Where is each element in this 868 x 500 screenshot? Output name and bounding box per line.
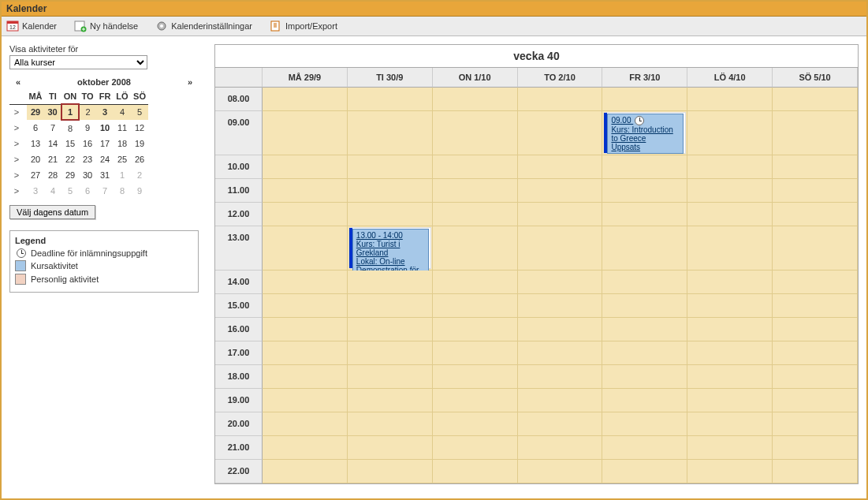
mini-cal-day[interactable]: 8 bbox=[61, 120, 79, 136]
mini-cal-day[interactable]: 22 bbox=[61, 151, 79, 167]
mini-cal-day[interactable]: 9 bbox=[131, 183, 148, 199]
calendar-slot[interactable] bbox=[263, 341, 348, 365]
calendar-slot[interactable] bbox=[263, 111, 348, 155]
mini-cal-day[interactable]: 10 bbox=[96, 120, 114, 136]
calendar-slot[interactable] bbox=[433, 179, 518, 203]
mini-cal-day[interactable]: 24 bbox=[96, 151, 114, 167]
calendar-slot[interactable] bbox=[602, 226, 687, 271]
calendar-slot[interactable] bbox=[773, 294, 858, 318]
calendar-slot[interactable] bbox=[602, 460, 687, 483]
calendar-slot[interactable] bbox=[348, 88, 433, 111]
calendar-slot[interactable] bbox=[518, 412, 603, 436]
calendar-slot[interactable] bbox=[687, 155, 773, 179]
calendar-slot[interactable] bbox=[433, 365, 518, 389]
calendar-slot[interactable] bbox=[687, 226, 773, 271]
calendar-slot[interactable] bbox=[687, 294, 773, 318]
calendar-slot[interactable] bbox=[602, 271, 687, 294]
calendar-slot[interactable] bbox=[687, 111, 773, 155]
calendar-slot[interactable] bbox=[263, 271, 348, 294]
calendar-slot[interactable]: 09.00 Kurs: Introduction to GreeceUppsat… bbox=[602, 111, 687, 155]
calendar-slot[interactable] bbox=[518, 271, 603, 294]
calendar-slot[interactable] bbox=[348, 436, 433, 460]
calendar-slot[interactable] bbox=[433, 226, 518, 271]
calendar-slot[interactable] bbox=[348, 412, 433, 436]
calendar-slot[interactable] bbox=[518, 226, 603, 271]
calendar-slot[interactable] bbox=[263, 203, 348, 226]
calendar-slot[interactable] bbox=[518, 460, 603, 483]
calendar-slot[interactable] bbox=[602, 341, 687, 365]
calendar-slot[interactable] bbox=[348, 460, 433, 483]
mini-cal-day[interactable]: 16 bbox=[79, 136, 96, 151]
calendar-slot[interactable] bbox=[348, 155, 433, 179]
mini-cal-day[interactable]: 29 bbox=[27, 104, 44, 120]
calendar-slot[interactable] bbox=[348, 111, 433, 155]
mini-cal-day[interactable]: 2 bbox=[79, 104, 96, 120]
calendar-slot[interactable] bbox=[433, 88, 518, 111]
mini-cal-day[interactable]: 19 bbox=[131, 136, 148, 151]
mini-cal-day[interactable]: 26 bbox=[131, 151, 148, 167]
calendar-slot[interactable] bbox=[433, 460, 518, 483]
calendar-slot[interactable] bbox=[518, 436, 603, 460]
mini-cal-day[interactable]: 29 bbox=[61, 167, 79, 183]
mini-cal-week-selector[interactable]: > bbox=[9, 183, 27, 199]
mini-cal-day[interactable]: 1 bbox=[61, 104, 79, 120]
mini-cal-day[interactable]: 6 bbox=[27, 120, 44, 136]
calendar-slot[interactable] bbox=[263, 436, 348, 460]
calendar-slot[interactable] bbox=[518, 365, 603, 389]
calendar-slot[interactable] bbox=[687, 203, 773, 226]
calendar-slot[interactable] bbox=[518, 111, 603, 155]
calendar-slot[interactable] bbox=[433, 111, 518, 155]
calendar-slot[interactable] bbox=[602, 294, 687, 318]
calendar-slot[interactable] bbox=[602, 412, 687, 436]
calendar-slot[interactable] bbox=[773, 460, 858, 483]
calendar-slot[interactable] bbox=[602, 365, 687, 389]
mini-cal-day[interactable]: 30 bbox=[79, 167, 96, 183]
toolbar-import-export[interactable]: Import/Export bbox=[270, 20, 337, 32]
calendar-slot[interactable] bbox=[687, 412, 773, 436]
mini-cal-day[interactable]: 17 bbox=[96, 136, 114, 151]
mini-cal-day[interactable]: 15 bbox=[61, 136, 79, 151]
calendar-slot[interactable] bbox=[687, 460, 773, 483]
mini-cal-day[interactable]: 5 bbox=[61, 183, 79, 199]
calendar-slot[interactable] bbox=[602, 436, 687, 460]
calendar-slot[interactable] bbox=[348, 294, 433, 318]
mini-cal-day[interactable]: 12 bbox=[131, 120, 148, 136]
mini-cal-day[interactable]: 23 bbox=[79, 151, 96, 167]
mini-cal-day[interactable]: 21 bbox=[44, 151, 61, 167]
calendar-slot[interactable] bbox=[602, 203, 687, 226]
calendar-slot[interactable] bbox=[773, 203, 858, 226]
calendar-slot[interactable] bbox=[773, 155, 858, 179]
calendar-slot[interactable] bbox=[518, 341, 603, 365]
mini-cal-day[interactable]: 6 bbox=[79, 183, 96, 199]
mini-cal-day[interactable]: 2 bbox=[131, 167, 148, 183]
calendar-slot[interactable] bbox=[687, 341, 773, 365]
calendar-slot[interactable] bbox=[433, 436, 518, 460]
mini-cal-week-selector[interactable]: > bbox=[9, 151, 27, 167]
calendar-event[interactable]: 09.00 Kurs: Introduction to GreeceUppsat… bbox=[607, 114, 684, 154]
calendar-slot[interactable] bbox=[773, 88, 858, 111]
calendar-slot[interactable] bbox=[602, 179, 687, 203]
calendar-slot[interactable] bbox=[348, 203, 433, 226]
calendar-slot[interactable] bbox=[602, 389, 687, 412]
calendar-slot[interactable] bbox=[687, 365, 773, 389]
calendar-slot[interactable] bbox=[348, 271, 433, 294]
mini-cal-day[interactable]: 9 bbox=[79, 120, 96, 136]
mini-cal-day[interactable]: 20 bbox=[27, 151, 44, 167]
mini-cal-next[interactable]: » bbox=[184, 77, 196, 87]
calendar-slot[interactable] bbox=[687, 389, 773, 412]
calendar-slot[interactable] bbox=[687, 88, 773, 111]
calendar-slot[interactable] bbox=[773, 179, 858, 203]
calendar-slot[interactable] bbox=[602, 88, 687, 111]
mini-cal-day[interactable]: 1 bbox=[114, 167, 131, 183]
calendar-slot[interactable] bbox=[773, 365, 858, 389]
calendar-slot[interactable] bbox=[773, 226, 858, 271]
calendar-slot[interactable] bbox=[263, 389, 348, 412]
calendar-slot[interactable] bbox=[348, 365, 433, 389]
calendar-slot[interactable] bbox=[773, 389, 858, 412]
calendar-slot[interactable] bbox=[518, 88, 603, 111]
calendar-slot[interactable] bbox=[433, 294, 518, 318]
calendar-slot[interactable] bbox=[263, 179, 348, 203]
calendar-slot[interactable] bbox=[773, 412, 858, 436]
calendar-slot[interactable] bbox=[263, 88, 348, 111]
mini-cal-day[interactable]: 13 bbox=[27, 136, 44, 151]
